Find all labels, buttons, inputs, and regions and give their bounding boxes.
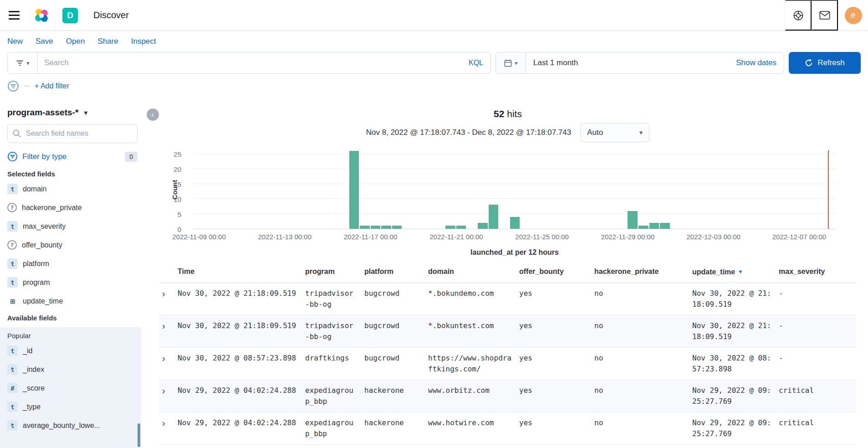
field-item[interactable]: ? hackerone_private bbox=[7, 198, 138, 217]
field-item[interactable]: t program bbox=[7, 273, 138, 292]
field-name: _index bbox=[23, 366, 44, 374]
field-item[interactable]: t max_severity bbox=[7, 217, 138, 236]
user-avatar[interactable]: e bbox=[838, 0, 868, 31]
field-name: platform bbox=[23, 260, 49, 268]
field-item[interactable]: t _type bbox=[7, 397, 138, 416]
expand-row-icon[interactable]: › bbox=[159, 417, 165, 428]
histogram-bar[interactable] bbox=[445, 226, 455, 229]
field-item[interactable]: t platform bbox=[7, 254, 138, 273]
date-range-value[interactable]: Last 1 month bbox=[526, 58, 736, 67]
help-icon[interactable] bbox=[785, 0, 812, 31]
chevron-down-icon: ▾ bbox=[639, 129, 643, 137]
column-header-offer-bounty[interactable]: offer_bounty bbox=[519, 261, 594, 282]
histogram-bar[interactable] bbox=[478, 223, 488, 229]
histogram-bar[interactable] bbox=[660, 223, 670, 229]
field-item[interactable]: t _index bbox=[7, 360, 138, 379]
interval-select[interactable]: Auto ▾ bbox=[580, 123, 649, 142]
discover-main: 52 hits Nov 8, 2022 @ 17:18:07.743 - Dec… bbox=[141, 98, 868, 448]
top-bar: D Discover e bbox=[0, 0, 868, 31]
cell-max-severity: critical bbox=[779, 412, 847, 433]
column-header-update-time[interactable]: update_time▼ bbox=[692, 261, 779, 283]
cell-hackerone-private: no bbox=[594, 348, 692, 369]
column-header-hackerone-private[interactable]: hackerone_private bbox=[594, 261, 692, 282]
expand-row-icon[interactable]: › bbox=[159, 320, 165, 331]
filter-by-type-button[interactable]: Filter by type 0 bbox=[7, 149, 138, 166]
refresh-button[interactable]: Refresh bbox=[789, 52, 861, 74]
histogram-bar[interactable] bbox=[510, 217, 520, 229]
x-tick-label: 2022-11-25 00:00 bbox=[516, 233, 569, 241]
field-item[interactable]: # _score bbox=[7, 379, 138, 397]
field-name: average_bounty_lowe... bbox=[23, 422, 100, 430]
expand-row-icon[interactable]: › bbox=[159, 288, 165, 299]
histogram-bar[interactable] bbox=[360, 226, 370, 229]
menu-hamburger-icon[interactable] bbox=[0, 0, 28, 31]
column-header-domain[interactable]: domain bbox=[428, 261, 519, 282]
nav-link[interactable]: Inspect bbox=[131, 37, 156, 46]
histogram-bar[interactable] bbox=[456, 226, 466, 229]
add-filter-button[interactable]: + Add filter bbox=[35, 82, 69, 90]
page-title: Discover bbox=[85, 10, 129, 21]
cell-time: Nov 29, 2022 @ 04:02:24.288 bbox=[178, 380, 305, 401]
histogram-bar[interactable] bbox=[371, 226, 381, 229]
table-row[interactable]: › Nov 29, 2022 @ 04:02:24.288 expediagro… bbox=[159, 380, 856, 412]
show-dates-button[interactable]: Show dates bbox=[736, 58, 784, 67]
table-row[interactable]: › Nov 29, 2022 @ 04:02:24.288 expediagro… bbox=[159, 412, 856, 445]
cell-offer-bounty: yes bbox=[519, 315, 594, 336]
query-language-button[interactable]: KQL bbox=[461, 59, 490, 67]
field-item[interactable]: t average_bounty_lowe... bbox=[7, 416, 138, 435]
table-row[interactable]: › Nov 30, 2022 @ 08:57:23.898 draftkings… bbox=[159, 348, 856, 380]
documents-table: Time program platform domain offer_bount… bbox=[159, 261, 856, 445]
cell-program: expediagroup_bbp bbox=[305, 412, 364, 444]
collapse-sidebar-button[interactable]: ‹ bbox=[147, 108, 159, 121]
chevron-down-icon: ▾ bbox=[26, 60, 30, 67]
field-item[interactable]: ? offer_bounty bbox=[7, 236, 138, 254]
field-search-input[interactable] bbox=[7, 124, 138, 143]
filter-bar-divider bbox=[24, 86, 30, 87]
histogram-xaxis: 2022-11-09 00:002022-11-13 00:002022-11-… bbox=[193, 233, 836, 247]
gridline bbox=[193, 198, 836, 199]
query-bar-row: ▾ KQL ▾ Last 1 month Show dates Refresh bbox=[0, 51, 868, 77]
sidebar-scrollbar[interactable] bbox=[138, 423, 140, 447]
table-row[interactable]: › Nov 30, 2022 @ 21:18:09.519 tripadviso… bbox=[159, 315, 856, 348]
column-header-platform[interactable]: platform bbox=[364, 261, 428, 282]
filter-circle-icon[interactable] bbox=[7, 80, 19, 92]
field-item[interactable]: ⊞ update_time bbox=[7, 292, 138, 310]
field-item[interactable]: t domain bbox=[7, 180, 138, 198]
x-tick-label: 2022-11-09 00:00 bbox=[172, 233, 225, 241]
expand-row-icon[interactable]: › bbox=[159, 353, 165, 364]
date-quick-menu-button[interactable]: ▾ bbox=[496, 52, 526, 73]
table-row[interactable]: › Nov 30, 2022 @ 21:18:09.519 tripadviso… bbox=[159, 283, 856, 315]
index-pattern-selector[interactable]: program-assets-* ▾ bbox=[7, 104, 138, 124]
column-header-max-severity[interactable]: max_severity bbox=[779, 261, 847, 282]
cell-offer-bounty: yes bbox=[519, 412, 594, 433]
x-tick-label: 2022-11-17 00:00 bbox=[344, 233, 397, 241]
newsfeed-icon[interactable] bbox=[812, 0, 838, 31]
histogram-bar[interactable] bbox=[649, 223, 659, 229]
nav-link[interactable]: Save bbox=[36, 37, 53, 46]
column-header-program[interactable]: program bbox=[305, 261, 364, 282]
search-input[interactable] bbox=[38, 52, 461, 73]
cell-update-time: Nov 29, 2022 @ 09:25:27.769 bbox=[692, 380, 779, 412]
space-badge[interactable]: D bbox=[62, 8, 78, 23]
histogram-bar[interactable] bbox=[381, 226, 391, 229]
histogram-bar[interactable] bbox=[628, 211, 638, 229]
histogram-bar[interactable] bbox=[349, 151, 359, 229]
histogram-bar[interactable] bbox=[638, 226, 648, 229]
saved-query-menu-button[interactable]: ▾ bbox=[8, 52, 38, 73]
x-tick-label: 2022-12-03 00:00 bbox=[687, 233, 740, 241]
time-end-marker bbox=[828, 150, 829, 229]
column-header-time[interactable]: Time bbox=[178, 261, 305, 282]
cell-hackerone-private: no bbox=[594, 283, 692, 304]
nav-link[interactable]: New bbox=[7, 37, 23, 46]
elastic-logo[interactable] bbox=[28, 0, 55, 31]
histogram-bar[interactable] bbox=[489, 205, 499, 229]
cell-max-severity: - bbox=[779, 348, 847, 369]
date-picker: ▾ Last 1 month Show dates bbox=[495, 52, 784, 74]
expand-row-icon[interactable]: › bbox=[159, 385, 165, 396]
histogram-bar[interactable] bbox=[392, 226, 402, 229]
cell-max-severity: - bbox=[779, 283, 847, 304]
field-item[interactable]: t _id bbox=[7, 341, 138, 360]
nav-link[interactable]: Open bbox=[66, 37, 85, 46]
index-pattern-name: program-assets-* bbox=[7, 108, 78, 118]
nav-link[interactable]: Share bbox=[97, 37, 118, 46]
